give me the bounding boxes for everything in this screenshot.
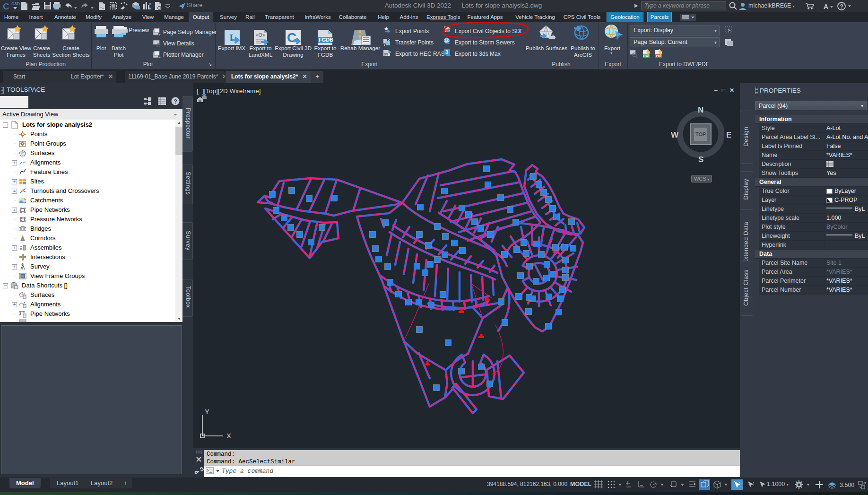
svg-text:N: N <box>698 106 703 114</box>
svg-text:S: S <box>698 155 703 164</box>
svg-text:E: E <box>726 130 731 139</box>
svg-text:GEO: GEO <box>384 53 390 56</box>
svg-text:C3D: C3D <box>11 1 20 6</box>
svg-text:<O>: <O> <box>256 33 265 38</box>
svg-text:C: C <box>3 1 9 11</box>
svg-text:I: I <box>229 32 234 43</box>
svg-text:A: A <box>824 3 828 10</box>
svg-text:FGDB: FGDB <box>319 37 333 43</box>
svg-text:X: X <box>226 432 231 440</box>
svg-text:?: ? <box>174 98 177 105</box>
svg-text:3: 3 <box>445 49 448 55</box>
svg-text:TOP: TOP <box>695 131 706 137</box>
svg-text:C: C <box>287 30 296 45</box>
svg-text:?: ? <box>840 3 843 10</box>
svg-text:3.500: 3.500 <box>840 482 854 488</box>
svg-text:Y: Y <box>205 409 209 416</box>
svg-text:W: W <box>671 130 679 139</box>
